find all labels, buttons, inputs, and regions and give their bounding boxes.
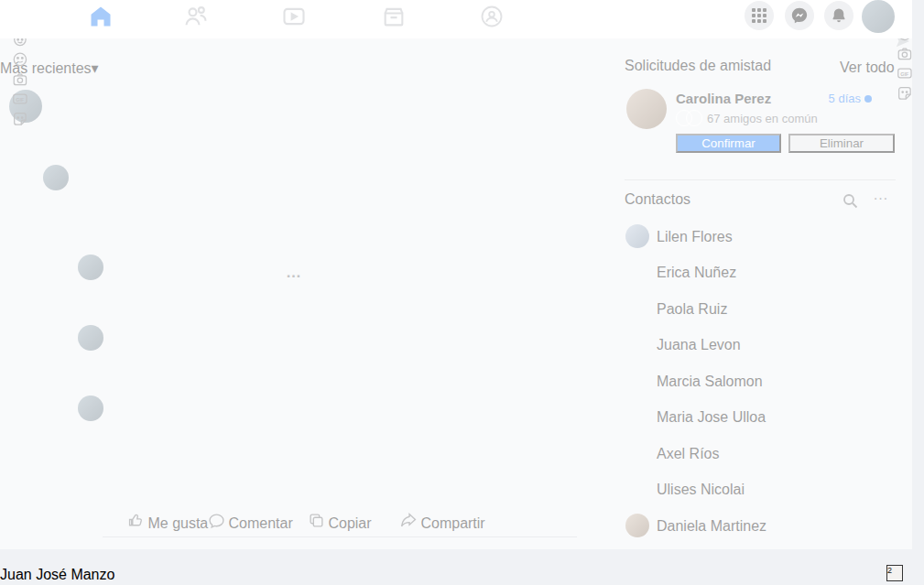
screen: ▾ Solicitudes de amistad Ver todo Caroli… [0,0,924,585]
modal-backdrop [0,0,912,549]
